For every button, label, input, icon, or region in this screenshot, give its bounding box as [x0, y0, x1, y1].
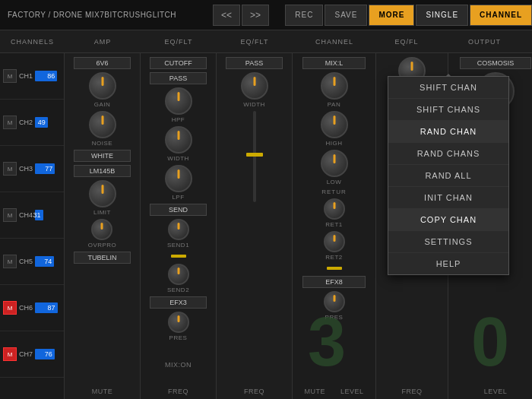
send2-label: SEND2 [167, 287, 189, 293]
pres1-label: PRES [169, 334, 188, 341]
lpf-knob-row: LPF [165, 165, 192, 201]
nav-buttons: << >> [213, 5, 269, 26]
eq-flt2-header: EQ/FLT [217, 38, 293, 46]
channel-val-ch3: 77 [45, 163, 52, 174]
col-headers: CHANNELS AMP EQ/FLT EQ/FLT CHANNEL EQ/FL… [0, 30, 532, 53]
hpf-knob-row: HPF [165, 87, 192, 123]
channel-row-ch5: M CH5 74 [0, 239, 64, 285]
send1-label: SEND1 [167, 242, 189, 249]
channel-bar-ch3[interactable]: 77 [35, 163, 55, 174]
send2-knob[interactable] [168, 264, 189, 285]
ret2-knob-row: RET2 [324, 231, 345, 261]
menu-item-rand-chans[interactable]: RAND CHANS [388, 143, 508, 165]
eq2-width-label: WIDTH [243, 101, 265, 108]
channel-bar-container-ch2: 49 [35, 117, 61, 128]
lpf-knob[interactable] [165, 165, 192, 192]
ret2-knob[interactable] [324, 231, 345, 252]
eq2-fader-handle[interactable] [246, 153, 263, 157]
limit-knob[interactable] [89, 180, 116, 207]
channel-label-ch3: CH3 [19, 165, 33, 173]
amp-type-label: 6V6 [74, 57, 130, 69]
width-knob-row: WIDTH [165, 126, 192, 162]
eq2-freq-label: FREQ [244, 388, 264, 395]
channel-fader[interactable] [327, 267, 342, 270]
channel-bar-ch7[interactable]: 76 [35, 349, 55, 359]
mute-button-ch7[interactable]: M [3, 347, 17, 361]
channel-mute-label: MUTE [304, 388, 325, 395]
menu-item-rand-all[interactable]: RAND ALL [388, 165, 508, 187]
pan-label: PAN [328, 101, 340, 108]
eqfl3-freq-label: FREQ [401, 388, 422, 395]
channel-label-ch4: CH4 [19, 211, 33, 219]
channel-header: CHANNEL [293, 38, 376, 46]
eq-flt1-header: EQ/FLT [141, 38, 217, 46]
pres1-knob[interactable] [168, 312, 189, 333]
output-bottom-label: LEVEL [484, 386, 508, 395]
high-knob[interactable] [321, 111, 348, 138]
send2-knob-row: SEND2 [167, 264, 189, 293]
mute-button-ch1[interactable]: M [3, 69, 17, 83]
channel-bar-ch1[interactable]: 86 [35, 71, 57, 81]
channel-val-ch4: 31 [33, 210, 41, 220]
channel-bottom-labels: MUTE LEVEL [304, 388, 363, 395]
channel-button[interactable]: CHANNEL [470, 5, 532, 26]
channel-label-ch6: CH6 [19, 304, 33, 312]
channel-val-ch2: 49 [38, 117, 46, 128]
noise-knob[interactable] [89, 111, 116, 138]
nav-next-button[interactable]: >> [242, 5, 269, 26]
mute-button-ch4[interactable]: M [3, 208, 17, 222]
app-title: FACTORY / DRONE MIX7BITCRUSHGLITCH [8, 11, 176, 19]
menu-item-help[interactable]: HELP [388, 253, 508, 274]
eq-flt1-strip: CUTOFF PASS HPF WIDTH LPF SEND SEND1 SEN… [141, 53, 217, 399]
channel-row-ch6: M CH6 87 [0, 285, 64, 331]
eq2-width-knob-row: WIDTH [241, 72, 268, 108]
eq2-fader-track[interactable] [253, 111, 256, 202]
mute-button-ch5[interactable]: M [3, 255, 17, 268]
channel-level-label: LEVEL [340, 388, 364, 395]
pan-knob[interactable] [321, 72, 348, 100]
channel-bar-ch4[interactable]: 31 [35, 210, 43, 220]
send1-knob[interactable] [168, 219, 189, 240]
channel-bar-container-ch7: 76 [35, 349, 61, 359]
mute-button-ch2[interactable]: M [3, 116, 17, 129]
channel-bar-ch2[interactable]: 49 [35, 117, 48, 128]
rec-button[interactable]: REC [285, 5, 323, 26]
channels-sidebar: M CH1 86 M CH2 49 M CH3 77 [0, 53, 65, 399]
channel-bar-container-ch5: 74 [35, 256, 61, 267]
more-button[interactable]: MORE [369, 5, 414, 26]
send1-fader[interactable] [171, 255, 186, 258]
channel-bar-ch5[interactable]: 74 [35, 256, 54, 267]
noise-label: NOISE [92, 140, 112, 147]
channel-bar-ch6[interactable]: 87 [35, 302, 58, 313]
channel-bar-container-ch6: 87 [35, 302, 61, 313]
menu-item-shift-chans[interactable]: SHIFT CHANS [388, 99, 508, 121]
hpf-knob[interactable] [165, 87, 192, 115]
ret1-knob[interactable] [324, 198, 345, 220]
ovrpro-knob-row: OVRPRO [88, 219, 117, 249]
gain-knob[interactable] [89, 72, 116, 100]
width-knob[interactable] [165, 126, 192, 154]
menu-item-copy-chan[interactable]: COPY CHAN [388, 209, 508, 231]
channel-val-ch6: 87 [48, 302, 55, 313]
output-level-label: LEVEL [484, 388, 508, 395]
ovrpro-knob[interactable] [91, 219, 112, 240]
top-bar: FACTORY / DRONE MIX7BITCRUSHGLITCH << >>… [0, 0, 532, 30]
amp-mute-label: MUTE [92, 388, 113, 395]
channel-label-ch2: CH2 [19, 119, 33, 126]
limit-knob-row: LIMIT [89, 180, 116, 216]
menu-item-shift-chan[interactable]: SHIFT CHAN [388, 77, 508, 99]
main-area: M CH1 86 M CH2 49 M CH3 77 [0, 53, 532, 399]
mix-l-label: MIX:L [302, 57, 365, 69]
menu-item-settings[interactable]: SETTINGS [388, 231, 508, 253]
mute-button-ch6[interactable]: M [3, 301, 17, 315]
menu-item-rand-chan[interactable]: RAND CHAN [388, 121, 508, 143]
eq2-width-knob[interactable] [241, 72, 268, 100]
low-knob[interactable] [321, 150, 348, 177]
channel-label-ch1: CH1 [19, 72, 33, 80]
right-buttons: REC SAVE MORE SINGLE CHANNEL [285, 5, 532, 26]
single-button[interactable]: SINGLE [416, 5, 468, 26]
mute-button-ch3[interactable]: M [3, 162, 17, 176]
menu-item-init-chan[interactable]: INIT CHAN [388, 187, 508, 209]
nav-prev-button[interactable]: << [213, 5, 240, 26]
save-button[interactable]: SAVE [325, 5, 367, 26]
